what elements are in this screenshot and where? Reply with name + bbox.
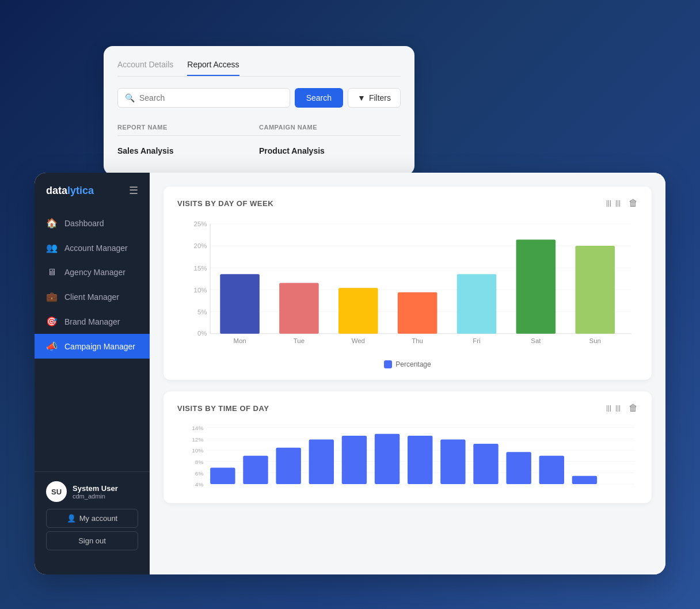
chart-actions-1: ⫼⫼ 🗑 <box>604 198 638 208</box>
sidebar-footer: SU System User cdm_admin 👤 My account Si… <box>35 471 150 563</box>
svg-rect-43 <box>342 436 367 484</box>
sidebar-label-dashboard: Dashboard <box>64 219 104 228</box>
svg-text:Fri: Fri <box>473 337 480 344</box>
svg-rect-19 <box>398 292 438 334</box>
svg-rect-23 <box>516 239 556 334</box>
sign-out-label: Sign out <box>78 536 106 545</box>
sidebar-item-agency-manager[interactable]: 🖥 Agency Manager <box>35 260 150 284</box>
my-account-label: My account <box>79 514 117 523</box>
logo-data: data <box>46 185 67 196</box>
svg-text:10%: 10% <box>192 448 204 454</box>
svg-text:20%: 20% <box>194 243 207 250</box>
tab-bar: Account Details Report Access <box>117 60 401 77</box>
svg-rect-41 <box>276 448 300 484</box>
svg-rect-25 <box>575 246 615 334</box>
search-icon: 🔍 <box>125 93 135 102</box>
sidebar-nav: 🏠 Dashboard 👥 Account Manager 🖥 Agency M… <box>35 211 150 471</box>
bar-chart-1: 25% 20% 15% 10% 5% 0% Mon Tue Wed <box>177 218 638 356</box>
user-name: System User <box>73 484 118 493</box>
svg-text:5%: 5% <box>197 309 207 315</box>
report-access-card: Account Details Report Access 🔍 Search ▼… <box>104 46 414 175</box>
svg-text:Mon: Mon <box>233 337 246 344</box>
sign-out-button[interactable]: Sign out <box>46 531 138 550</box>
table-row: Sales Analysis Product Analysis <box>117 140 401 161</box>
legend-label-1: Percentage <box>395 360 431 368</box>
svg-text:4%: 4% <box>195 481 204 488</box>
svg-text:25%: 25% <box>194 221 207 228</box>
user-info: SU System User cdm_admin <box>46 481 138 502</box>
col-campaign-name: CAMPAIGN NAME <box>259 124 401 131</box>
user-username: cdm_admin <box>73 493 118 500</box>
account-manager-icon: 👥 <box>46 242 58 253</box>
sidebar: datalytica ☰ 🏠 Dashboard 👥 Account Manag… <box>35 173 150 574</box>
sidebar-label-account-manager: Account Manager <box>64 243 128 253</box>
col-report-name: REPORT NAME <box>117 124 259 131</box>
svg-text:6%: 6% <box>195 470 204 477</box>
search-input[interactable] <box>139 93 283 102</box>
tab-report-access[interactable]: Report Access <box>187 60 239 76</box>
campaign-manager-icon: 📣 <box>46 341 58 352</box>
tab-account-details[interactable]: Account Details <box>117 60 173 76</box>
svg-text:0%: 0% <box>197 330 207 337</box>
sidebar-item-campaign-manager[interactable]: 📣 Campaign Manager <box>35 334 150 359</box>
chart-delete-icon[interactable]: 🗑 <box>629 198 638 208</box>
chart-actions-2: ⫼⫼ 🗑 <box>604 403 638 413</box>
logo-lytica: lytica <box>67 185 94 196</box>
main-dashboard-card: datalytica ☰ 🏠 Dashboard 👥 Account Manag… <box>35 173 665 574</box>
svg-text:10%: 10% <box>194 287 207 294</box>
svg-rect-42 <box>309 439 334 484</box>
brand-manager-icon: 🎯 <box>46 316 58 327</box>
hamburger-icon[interactable]: ☰ <box>129 184 138 197</box>
legend-color-dot <box>384 360 392 368</box>
bar-chart-svg-1: 25% 20% 15% 10% 5% 0% Mon Tue Wed <box>177 218 638 356</box>
svg-text:14%: 14% <box>192 425 204 431</box>
chart-day-of-week: VISITS BY DAY OF WEEK ⫼⫼ 🗑 <box>163 186 652 380</box>
account-icon: 👤 <box>67 514 76 523</box>
agency-manager-icon: 🖥 <box>46 267 58 277</box>
user-details: System User cdm_admin <box>73 484 118 500</box>
bar-chart-2: 14% 12% 10% 8% 6% 4% <box>177 423 638 492</box>
svg-rect-50 <box>572 476 597 484</box>
search-row: 🔍 Search ▼ Filters <box>117 88 401 108</box>
svg-text:Wed: Wed <box>352 337 365 344</box>
search-button[interactable]: Search <box>295 88 343 108</box>
svg-text:Sat: Sat <box>531 337 541 344</box>
chart-legend-1: Percentage <box>177 360 638 368</box>
filters-button[interactable]: ▼ Filters <box>348 88 401 108</box>
search-input-wrapper: 🔍 <box>117 88 290 108</box>
svg-rect-46 <box>440 439 465 484</box>
table-header: REPORT NAME CAMPAIGN NAME <box>117 119 401 136</box>
sidebar-logo: datalytica ☰ <box>35 184 150 211</box>
bar-chart-svg-2: 14% 12% 10% 8% 6% 4% <box>177 423 638 492</box>
chart-time-of-day: VISITS BY TIME OF DAY ⫼⫼ 🗑 14% 12% 10% 8… <box>163 391 652 503</box>
chart2-delete-icon[interactable]: 🗑 <box>629 403 638 413</box>
chart-bars-icon[interactable]: ⫼⫼ <box>604 198 623 208</box>
svg-rect-48 <box>506 452 531 484</box>
chart-header-1: VISITS BY DAY OF WEEK ⫼⫼ 🗑 <box>177 198 638 208</box>
my-account-button[interactable]: 👤 My account <box>46 509 138 528</box>
sidebar-label-brand-manager: Brand Manager <box>64 317 120 326</box>
chart-header-2: VISITS BY TIME OF DAY ⫼⫼ 🗑 <box>177 403 638 413</box>
sidebar-item-dashboard[interactable]: 🏠 Dashboard <box>35 211 150 235</box>
cell-campaign-name: Product Analysis <box>259 146 401 155</box>
sidebar-label-agency-manager: Agency Manager <box>64 268 125 277</box>
logo-text: datalytica <box>46 185 94 197</box>
avatar: SU <box>46 481 67 502</box>
filters-label: Filters <box>369 93 391 102</box>
main-content: VISITS BY DAY OF WEEK ⫼⫼ 🗑 <box>150 173 665 574</box>
sidebar-item-account-manager[interactable]: 👥 Account Manager <box>35 235 150 260</box>
svg-text:Sun: Sun <box>589 337 601 344</box>
chart-title-1: VISITS BY DAY OF WEEK <box>177 199 273 208</box>
chart2-bars-icon[interactable]: ⫼⫼ <box>604 403 623 413</box>
chart-title-2: VISITS BY TIME OF DAY <box>177 404 269 413</box>
svg-rect-39 <box>210 468 235 484</box>
svg-text:Tue: Tue <box>294 337 305 344</box>
sidebar-item-client-manager[interactable]: 💼 Client Manager <box>35 284 150 309</box>
svg-rect-15 <box>279 283 319 333</box>
svg-text:8%: 8% <box>195 459 204 465</box>
svg-rect-47 <box>473 444 498 484</box>
svg-text:Thu: Thu <box>412 337 423 344</box>
sidebar-item-brand-manager[interactable]: 🎯 Brand Manager <box>35 309 150 334</box>
svg-rect-17 <box>338 288 378 334</box>
cell-report-name: Sales Analysis <box>117 146 259 155</box>
